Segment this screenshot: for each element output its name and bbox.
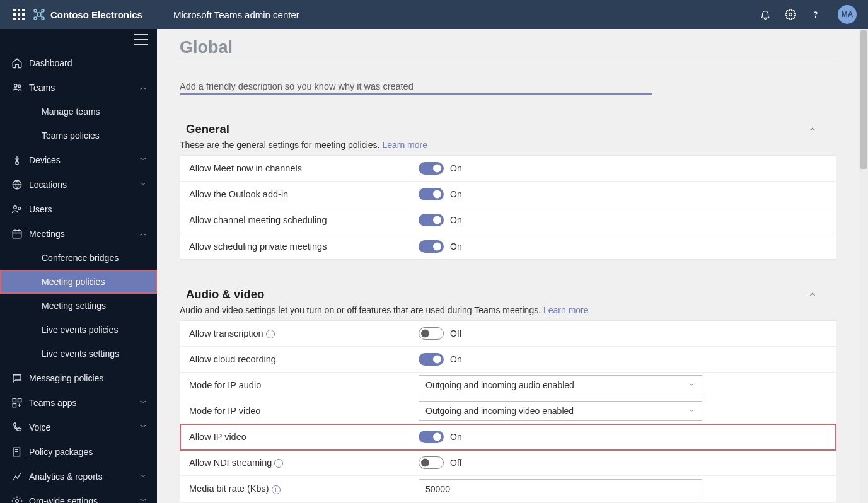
learn-more-link[interactable]: Learn more (543, 305, 589, 315)
sidebar-item-meetings[interactable]: Meetings ︿ (0, 221, 157, 246)
app-title: Microsoft Teams admin center (173, 9, 299, 20)
header-right: MA (758, 5, 862, 24)
select-ip-video-mode[interactable]: Outgoing and incoming video enabled﹀ (419, 401, 702, 421)
settings-icon[interactable] (784, 8, 797, 21)
chevron-down-icon: ﹀ (140, 422, 147, 432)
toggle-allow-ndi[interactable] (419, 456, 444, 469)
av-card: Allow transcriptioni Off Allow cloud rec… (180, 320, 836, 502)
toggle-state: On (450, 354, 462, 364)
select-ip-audio-mode[interactable]: Outgoing and incoming audio enabled﹀ (419, 375, 702, 395)
scrollbar-thumb[interactable] (860, 30, 867, 169)
toggle-allow-outlook-addin[interactable] (419, 188, 444, 200)
sidebar-item-teams[interactable]: Teams ︿ (0, 75, 157, 100)
toggle-state: On (450, 189, 462, 199)
toggle-allow-meet-now[interactable] (419, 162, 444, 175)
analytics-icon (9, 471, 25, 482)
toggle-allow-cloud-recording[interactable] (419, 353, 444, 366)
info-icon[interactable]: i (272, 485, 281, 494)
svg-rect-21 (13, 448, 20, 456)
sidebar-item-dashboard[interactable]: Dashboard (0, 50, 157, 75)
svg-point-10 (815, 16, 816, 17)
select-value: Outgoing and incoming audio enabled (425, 380, 574, 390)
scrollbar[interactable] (859, 29, 868, 503)
row-label: Media bit rate (Kbs)i (189, 483, 419, 494)
sidebar-item-manage-teams[interactable]: Manage teams (0, 100, 157, 124)
sidebar-item-org-settings[interactable]: Org-wide settings ﹀ (0, 489, 157, 503)
sidebar-item-conference-bridges[interactable]: Conference bridges (0, 246, 157, 270)
svg-point-12 (18, 84, 21, 87)
sidebar-item-live-events-settings[interactable]: Live events settings (0, 342, 157, 366)
toggle-state: On (450, 432, 462, 442)
row-label: Allow transcriptioni (189, 328, 419, 339)
chevron-down-icon: ﹀ (140, 180, 147, 189)
nav-label: Live events policies (42, 325, 118, 335)
section-title: General (186, 122, 229, 136)
chevron-down-icon: ﹀ (140, 155, 147, 165)
toggle-allow-transcription[interactable] (419, 327, 444, 340)
svg-line-7 (37, 16, 38, 17)
svg-point-2 (42, 9, 44, 12)
toggle-allow-channel-scheduling[interactable] (419, 214, 444, 226)
chevron-down-icon: ﹀ (140, 496, 147, 503)
sidebar-item-teams-policies[interactable]: Teams policies (0, 124, 157, 147)
sidebar-item-locations[interactable]: Locations ﹀ (0, 172, 157, 197)
nav-label: Users (29, 204, 157, 214)
sidebar-item-voice[interactable]: Voice ﹀ (0, 415, 157, 439)
notifications-icon[interactable] (758, 8, 772, 21)
svg-point-15 (14, 205, 17, 209)
package-icon (9, 446, 25, 458)
section-audio-video: Audio & video Audio and video settings l… (180, 287, 836, 502)
sidebar-item-messaging-policies[interactable]: Messaging policies (0, 366, 157, 390)
svg-rect-17 (13, 230, 21, 238)
chevron-up-icon: ︿ (140, 83, 147, 92)
nav-label: Meetings (29, 229, 140, 239)
info-icon[interactable]: i (266, 330, 275, 338)
row-label: Allow the Outlook add-in (189, 189, 419, 199)
toggle-state: On (450, 163, 462, 173)
info-icon[interactable]: i (274, 459, 283, 468)
toggle-allow-private-scheduling[interactable] (419, 240, 444, 253)
collapse-section-icon[interactable] (807, 124, 818, 134)
nav-label: Meeting policies (42, 277, 105, 287)
collapse-sidebar-icon[interactable] (134, 34, 148, 45)
toggle-state: On (450, 215, 462, 225)
input-media-bitrate[interactable] (419, 479, 702, 499)
nav-label: Dashboard (29, 58, 157, 68)
row-allow-channel-scheduling: Allow channel meeting scheduling On (180, 207, 836, 233)
toggle-allow-ip-video[interactable] (419, 431, 444, 443)
sidebar-item-teams-apps[interactable]: Teams apps ﹀ (0, 390, 157, 415)
sidebar-item-analytics[interactable]: Analytics & reports ﹀ (0, 464, 157, 489)
sidebar-item-live-events-policies[interactable]: Live events policies (0, 318, 157, 342)
row-label: Allow IP video (189, 432, 419, 442)
help-icon[interactable] (809, 8, 823, 21)
sidebar-item-devices[interactable]: Devices ﹀ (0, 147, 157, 172)
general-card: Allow Meet now in channels On Allow the … (180, 155, 836, 260)
brand-name: Contoso Electronics (50, 9, 142, 20)
learn-more-link[interactable]: Learn more (382, 140, 427, 150)
user-avatar[interactable]: MA (838, 5, 857, 24)
svg-line-8 (40, 16, 42, 17)
gear-icon (9, 495, 25, 504)
sidebar: Dashboard Teams ︿ Manage teams Teams pol… (0, 29, 157, 503)
nav-label: Org-wide settings (29, 496, 140, 504)
sidebar-item-meeting-settings[interactable]: Meeting settings (0, 294, 157, 318)
sidebar-item-policy-packages[interactable]: Policy packages (0, 439, 157, 464)
brand: Contoso Electronics (33, 8, 156, 21)
chevron-down-icon: ﹀ (688, 381, 695, 390)
nav-label: Conference bridges (42, 253, 119, 263)
app-launcher-icon[interactable] (6, 0, 32, 29)
calendar-icon (9, 228, 25, 240)
sidebar-item-meeting-policies[interactable]: Meeting policies (0, 270, 157, 294)
chat-icon (9, 373, 25, 384)
sidebar-item-users[interactable]: Users (0, 197, 157, 221)
toggle-state: Off (450, 458, 461, 468)
page-title: Global (180, 38, 836, 59)
nav-label: Teams policies (42, 130, 100, 141)
toggle-state: On (450, 241, 462, 252)
nav-label: Policy packages (29, 447, 157, 457)
collapse-section-icon[interactable] (807, 289, 818, 299)
description-input[interactable] (180, 79, 652, 95)
nav-label: Manage teams (42, 107, 100, 117)
nav-label: Voice (29, 422, 140, 432)
chevron-down-icon: ﹀ (140, 398, 147, 407)
